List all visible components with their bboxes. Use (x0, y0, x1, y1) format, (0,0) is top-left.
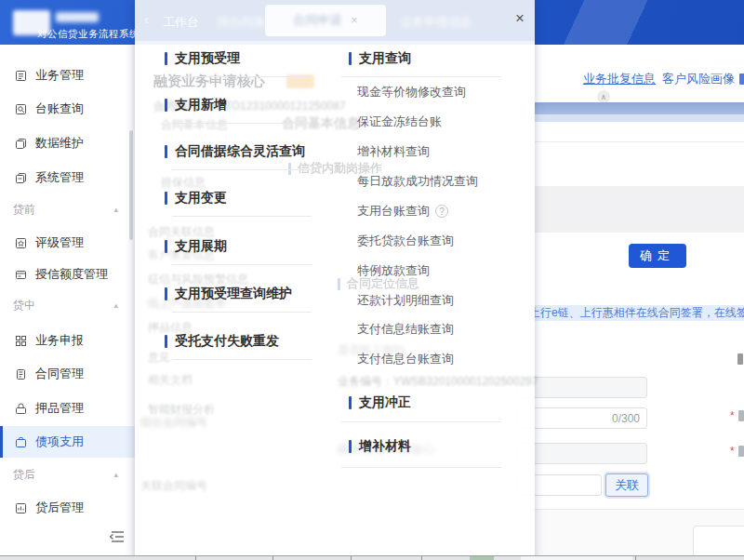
link-clipped[interactable] (739, 73, 744, 85)
menu-group-drawdown-query[interactable]: 支用查询 (349, 50, 411, 67)
menu-group-entrusted-pay-resend[interactable]: 受托支付失败重发 (165, 333, 279, 350)
bank-name-redacted (56, 12, 99, 22)
sidebar-item-collateral-mgmt[interactable]: 押品管理 (0, 393, 135, 424)
sidebar-item-data-maintain[interactable]: 数据维护 (0, 127, 135, 159)
sidebar-item-postloan-mgmt[interactable]: 贷后管理 (0, 492, 135, 524)
menu-item-drawdown-ledger-query[interactable]: 支用台账查询 ? (357, 203, 448, 220)
ledger-search-icon (15, 103, 27, 115)
tab-workbench[interactable]: 工作台 (163, 14, 199, 31)
ghost-guarantee-info: 担保信息 (161, 175, 206, 191)
sidebar-section-preloan[interactable]: 贷前 ▴ (0, 197, 135, 221)
sidebar-item-system-mgmt[interactable]: 系统管理 (0, 162, 135, 193)
menu-item-repayment-plan-detail-query[interactable]: 还款计划明细查询 (357, 292, 454, 309)
document-icon (15, 70, 27, 82)
sidebar-collapse-button[interactable] (109, 529, 127, 546)
ghost-group-contract-no: 组任合同编号 (140, 415, 207, 431)
menu-group-drawdown-preaccept[interactable]: 支用预受理 (165, 50, 240, 67)
taskbar-item (521, 556, 632, 560)
tab-business-declare-info[interactable]: 业务申报信息 (400, 14, 472, 31)
close-icon[interactable]: × (511, 9, 529, 28)
sidebar-section-postloan[interactable]: 贷后 ▴ (0, 462, 135, 487)
sidebar-section-midloan[interactable]: 贷中 ▴ (0, 293, 135, 317)
collapsed-section-block (535, 186, 744, 233)
menu-item-daily-loan-success-query[interactable]: 每日放款成功情况查询 (357, 173, 478, 190)
sidebar-item-business-declare[interactable]: 业务申报 (0, 325, 135, 356)
link-customer-risk-portrait[interactable]: 客户风险画像 (662, 71, 735, 87)
caret-up-icon: ▴ (113, 205, 118, 214)
tab-contract-apply-active[interactable]: 合同申请 × (265, 5, 386, 36)
sidebar-item-contract-mgmt[interactable]: 合同管理 (0, 358, 135, 390)
sidebar-item-rating-mgmt[interactable]: 评级管理 (0, 227, 135, 259)
sidebar-item-label: 业务管理 (35, 67, 84, 84)
associate-button[interactable]: 关联 (605, 473, 648, 497)
page-content-right: 业务批复信息 客户风险画像 ∧ 确定 上行e链、上行惠相伴在线合同签署，在线签署… (535, 45, 744, 560)
taskbar-sliver (0, 555, 744, 560)
menu-item-entrusted-loan-ledger-query[interactable]: 委托贷款台账查询 (357, 233, 454, 249)
menu-group-contract-flex-query[interactable]: 合同借据综合灵活查询 (165, 143, 305, 160)
sidebar-item-label: 评级管理 (35, 234, 84, 251)
menu-item-supplement-material-query[interactable]: 增补材料查询 (357, 143, 430, 160)
tabbar-washed: ‹ 工作台 待办列表 合同申请 × 业务申报信息 (135, 0, 535, 41)
ghost-opinion: 意见 (148, 350, 170, 366)
ghost-assoc-contract-no: 关联合同编号 (140, 478, 207, 494)
section-header-band-light (535, 114, 744, 122)
sidebar: 业务管理 台账查询 数据维护 系统管理 贷前 ▴ 评级管理 授信额度管理 贷中 (0, 45, 135, 560)
link-approval-info[interactable]: 业务批复信息 (583, 71, 656, 87)
data-copy-icon (15, 138, 27, 150)
ghost-business-no: 业务编号：YWSB320100001202500297 (338, 374, 538, 390)
menu-group-drawdown-extension[interactable]: 支用展期 (165, 238, 227, 255)
menu-fold-icon (109, 529, 126, 544)
menu-item-cash-equivalent-query[interactable]: 现金等价物修改查询 (357, 84, 466, 100)
menu-item-special-loan-query[interactable]: 特例放款查询 (357, 262, 430, 279)
collapse-circle-icon[interactable]: ∧ (597, 90, 610, 103)
menu-item-payment-info-settle-query[interactable]: 支付信息结账查询 (357, 321, 454, 338)
briefcase-icon (15, 436, 27, 448)
confirm-button[interactable]: 确定 (629, 244, 686, 268)
system-icon (15, 172, 27, 184)
sidebar-item-debt-drawdown[interactable]: 债项支用 (0, 426, 135, 458)
menu-group-drawdown-reversal[interactable]: 支用冲正 (349, 394, 411, 411)
caret-up-icon: ▴ (113, 300, 118, 310)
sidebar-scrollbar[interactable] (129, 130, 133, 240)
tab-label: 合同申请 (293, 12, 341, 29)
menu-group-preaccept-query-maintain[interactable]: 支用预受理查询维护 (165, 286, 292, 302)
contract-icon (15, 368, 27, 380)
sidebar-item-business-mgmt[interactable]: 业务管理 (0, 60, 135, 91)
section-label: 贷中 (13, 298, 35, 313)
sidebar-item-label: 贷后管理 (35, 500, 84, 516)
collateral-icon (15, 403, 27, 415)
mega-menu-overlay: ‹ 工作台 待办列表 合同申请 × 业务申报信息 × 融资业务申请核心 合同编号… (135, 0, 535, 560)
caret-up-icon: ▴ (113, 470, 118, 479)
tab-close-icon[interactable]: × (351, 14, 357, 27)
required-asterisk: * (730, 409, 735, 422)
section-header-band (535, 102, 744, 114)
textarea-field[interactable]: 0/300 (516, 407, 647, 429)
ghost-title-contract-basic: 合同基本信息 (282, 115, 360, 132)
menu-group-supplement-material[interactable]: 增补材料 (349, 438, 411, 455)
grid-icon (15, 335, 27, 347)
menu-item-payment-info-ledger-query[interactable]: 支付信息台账查询 (357, 351, 454, 367)
tab-todo-list[interactable]: 待办列表 (217, 14, 265, 31)
app-title: 对公信贷业务流程系统 (37, 28, 140, 41)
required-asterisk: * (730, 445, 735, 458)
char-counter: 0/300 (612, 412, 640, 425)
help-icon[interactable]: ? (435, 205, 448, 218)
sidebar-item-label: 合同管理 (35, 366, 84, 382)
ghost-smart-report: 智能财报分析 (148, 402, 215, 418)
menu-item-margin-freeze-ledger[interactable]: 保证金冻结台账 (357, 113, 442, 130)
sidebar-item-label: 台账查询 (35, 100, 84, 117)
sidebar-item-label: 数据维护 (35, 135, 84, 152)
clipped-footer-button[interactable] (693, 526, 744, 557)
menu-group-drawdown-change[interactable]: 支用变更 (165, 190, 227, 207)
section-label: 贷后 (13, 467, 35, 483)
sidebar-item-ledger-query[interactable]: 台账查询 (0, 93, 135, 125)
report-icon (15, 502, 27, 514)
sidebar-item-credit-limit-mgmt[interactable]: 授信额度管理 (0, 259, 135, 290)
menu-group-drawdown-new[interactable]: 支用新增 (165, 97, 227, 113)
clipped-label (738, 410, 744, 421)
readonly-field-2 (516, 443, 647, 464)
clipped-label (738, 446, 744, 457)
sidebar-item-label: 业务申报 (35, 332, 84, 349)
back-chevron-icon[interactable]: ‹ (144, 12, 149, 27)
ghost-related-docs: 相关文档 (148, 372, 193, 388)
